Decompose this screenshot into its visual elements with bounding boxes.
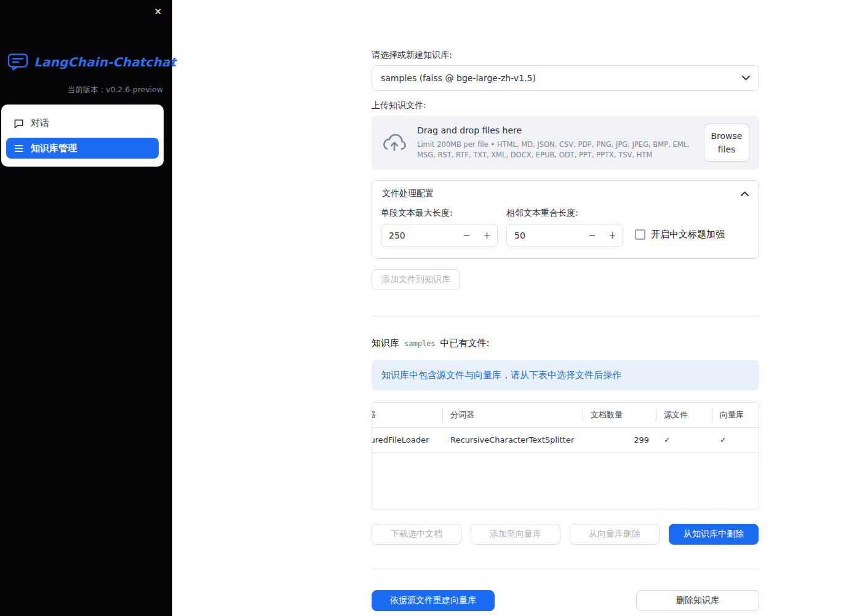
overlap-length-input[interactable] xyxy=(507,224,582,247)
divider xyxy=(372,569,759,569)
kb-files-heading: 知识库 samples 中已有文件: xyxy=(372,338,759,349)
logo: LangChain-Chatchat xyxy=(7,53,165,71)
files-table[interactable]: 文档加载器 分词器 文档数量 源文件 向量库 UnstructuredFileL… xyxy=(372,402,759,510)
overlap-length-label: 相邻文本重合长度: xyxy=(506,208,623,219)
chevron-up-icon xyxy=(741,191,749,196)
add-to-vector-store-button[interactable]: 添加至向量库 xyxy=(471,524,560,545)
chat-bubble-icon xyxy=(14,118,24,128)
file-dropzone[interactable]: Drag and drop files here Limit 200MB per… xyxy=(372,116,759,170)
column-header-source-file[interactable]: 源文件 xyxy=(656,403,712,427)
kb-select-label: 请选择或新建知识库: xyxy=(372,50,759,61)
checkbox-label: 开启中文标题加强 xyxy=(651,229,725,240)
delete-kb-button[interactable]: 删除知识库 xyxy=(636,590,759,611)
nav-label: 知识库管理 xyxy=(31,143,77,154)
chevron-down-icon xyxy=(742,76,750,81)
delete-from-kb-button[interactable]: 从知识库中删除 xyxy=(669,524,759,545)
version-label: 当前版本：v0.2.6-preview xyxy=(68,85,164,95)
kb-name-code: samples xyxy=(404,339,436,348)
file-actions: 下载选中文档 添加至向量库 从向量库删除 从知识库中删除 xyxy=(372,524,759,545)
file-config-expander: 文件处理配置 单段文本最大长度: − + 相邻文本重合长度: xyxy=(372,180,759,259)
plus-button[interactable]: + xyxy=(602,224,623,247)
cell-source-check[interactable]: ✓ xyxy=(656,427,712,452)
main-content: 请选择或新建知识库: samples (faiss @ bge-large-zh… xyxy=(372,0,759,611)
column-header-splitter[interactable]: 分词器 xyxy=(443,403,583,427)
sidebar-item-knowledge-base[interactable]: 知识库管理 xyxy=(6,138,159,159)
download-selected-button[interactable]: 下载选中文档 xyxy=(372,524,461,545)
browse-files-button[interactable]: Browse files xyxy=(704,124,749,162)
minus-button[interactable]: − xyxy=(582,224,602,247)
column-header-doc-count[interactable]: 文档数量 xyxy=(583,403,656,427)
checkbox-box[interactable] xyxy=(635,229,645,240)
nav-label: 对话 xyxy=(31,117,49,128)
cell-vector-check[interactable]: ✓ xyxy=(712,427,759,452)
overlap-length-stepper: − + xyxy=(506,224,623,247)
kb-select-value: samples (faiss @ bge-large-zh-v1.5) xyxy=(381,73,536,83)
kb-files-suffix: 中已有文件: xyxy=(440,338,490,349)
minus-button[interactable]: − xyxy=(456,224,477,247)
kb-files-prefix: 知识库 xyxy=(372,338,399,349)
close-sidebar-button[interactable]: ✕ xyxy=(151,5,164,19)
table-row[interactable]: UnstructuredFileLoader RecursiveCharacte… xyxy=(372,427,759,452)
delete-from-vector-store-button[interactable]: 从向量库删除 xyxy=(570,524,660,545)
expander-header[interactable]: 文件处理配置 xyxy=(372,181,759,204)
max-length-input[interactable] xyxy=(381,224,456,247)
kb-select[interactable]: samples (faiss @ bge-large-zh-v1.5) xyxy=(372,65,759,91)
sidebar-nav: 对话 知识库管理 xyxy=(1,105,164,167)
upload-label: 上传知识文件: xyxy=(372,100,759,111)
dropzone-limit-hint: Limit 200MB per file • HTML, MD, JSON, C… xyxy=(417,140,694,160)
cell-loader[interactable]: UnstructuredFileLoader xyxy=(372,427,443,452)
kb-actions: 依据源文件重建向量库 删除知识库 xyxy=(372,590,759,611)
dropzone-text: Drag and drop files here Limit 200MB per… xyxy=(417,125,694,160)
column-header-vector-store[interactable]: 向量库 xyxy=(712,403,759,427)
cell-doc-count[interactable]: 299 xyxy=(583,427,656,452)
table-header-row: 文档加载器 分词器 文档数量 源文件 向量库 xyxy=(372,403,759,427)
overlap-length-field: 相邻文本重合长度: − + xyxy=(506,208,623,247)
logo-chat-icon xyxy=(7,53,28,71)
kb-list-icon xyxy=(14,143,24,154)
cell-splitter[interactable]: RecursiveCharacterTextSplitter xyxy=(443,427,583,452)
expander-title: 文件处理配置 xyxy=(382,188,434,199)
expander-body: 单段文本最大长度: − + 相邻文本重合长度: − + 开启中文标题加强 xyxy=(372,204,759,258)
info-alert: 知识库中包含源文件与向量库，请从下表中选择文件后操作 xyxy=(372,360,759,390)
max-length-label: 单段文本最大长度: xyxy=(381,208,498,219)
plus-button[interactable]: + xyxy=(477,224,497,247)
column-header-loader[interactable]: 文档加载器 xyxy=(372,403,443,427)
sidebar-item-dialogue[interactable]: 对话 xyxy=(6,113,159,133)
logo-text: LangChain-Chatchat xyxy=(34,55,176,69)
rebuild-vector-store-button[interactable]: 依据源文件重建向量库 xyxy=(372,590,495,611)
divider xyxy=(372,316,759,317)
zh-title-enhance-checkbox[interactable]: 开启中文标题加强 xyxy=(635,229,725,240)
add-files-to-kb-button[interactable]: 添加文件到知识库 xyxy=(372,269,460,290)
dropzone-title: Drag and drop files here xyxy=(417,125,694,135)
max-length-field: 单段文本最大长度: − + xyxy=(381,208,498,247)
sidebar: ✕ LangChain-Chatchat 当前版本：v0.2.6-preview… xyxy=(0,0,172,616)
cloud-upload-icon xyxy=(381,132,407,153)
max-length-stepper: − + xyxy=(381,224,498,247)
